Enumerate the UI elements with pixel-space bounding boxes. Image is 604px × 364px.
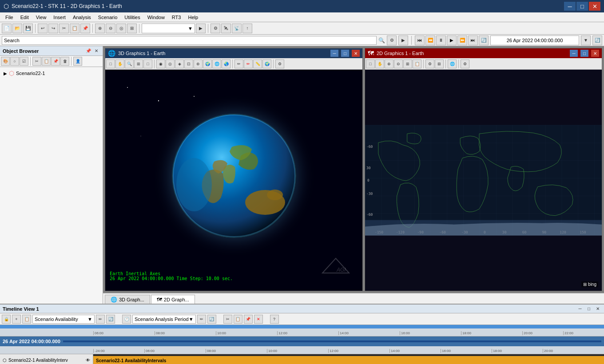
analysis-period-dropdown[interactable]: Scenario Analysis Period ▼ — [132, 315, 196, 324]
2d-tb-hand[interactable]: ✋ — [375, 59, 384, 68]
toolbar-paste[interactable]: 📌 — [80, 24, 90, 33]
toolbar-new[interactable]: 📄 — [2, 24, 12, 33]
menu-scenario[interactable]: Scenario — [95, 14, 121, 21]
toolbar-satellite[interactable]: 🛰 — [221, 24, 231, 33]
toolbar-track[interactable]: 📡 — [232, 24, 242, 33]
timeline-scroll-bar[interactable] — [0, 325, 604, 328]
timeline-minimize-btn[interactable]: ─ — [576, 305, 584, 313]
ob-cut-btn[interactable]: ✂ — [32, 57, 41, 66]
window-2d-minimize[interactable]: ─ — [570, 50, 578, 57]
2d-tb-zoom-out[interactable]: ⊖ — [394, 59, 403, 68]
tl-clock-btn[interactable]: 🕐 — [122, 315, 131, 324]
menu-utilities[interactable]: Utilities — [121, 14, 143, 21]
row-visibility-icon[interactable]: 👁 — [86, 358, 90, 363]
3d-tb-globe2[interactable]: 🌐 — [212, 59, 221, 68]
tl-edit2-btn[interactable]: ✏ — [197, 315, 206, 324]
tl-help-btn[interactable]: ? — [270, 315, 279, 324]
timeline-restore-btn[interactable]: □ — [585, 305, 592, 313]
menu-help[interactable]: Help — [184, 14, 202, 21]
3d-tb-default[interactable]: □ — [106, 59, 115, 68]
3d-tb-sat[interactable]: □ — [143, 59, 152, 68]
earth-3d-canvas[interactable]: Earth Inertial Axes 26 Apr 2022 04:00:00… — [105, 70, 362, 291]
menu-edit[interactable]: Edit — [17, 14, 32, 21]
toolbar-cut[interactable]: ✂ — [59, 24, 69, 33]
step-back[interactable]: ⏪ — [425, 36, 435, 45]
3d-tb-zoom[interactable]: 🔍 — [125, 59, 134, 68]
tl-lock-btn[interactable]: 🔒 — [2, 315, 11, 324]
toolbar-grid[interactable]: ⊞ — [127, 24, 137, 33]
loop[interactable]: 🔄 — [479, 36, 489, 45]
3d-tb-view5[interactable]: ⊛ — [194, 59, 203, 68]
3d-tb-globe-settings[interactable]: 🌍 — [262, 59, 271, 68]
3d-tb-view1[interactable]: ◉ — [156, 59, 165, 68]
window-3d-minimize[interactable]: ─ — [330, 50, 338, 57]
toolbar-zoom-out[interactable]: ⊖ — [106, 24, 115, 33]
tl-layers-btn[interactable]: 📋 — [22, 315, 31, 324]
3d-tb-earth[interactable]: 🌍 — [203, 59, 212, 68]
play-forward[interactable]: ▶ — [447, 36, 457, 45]
timeline-scrubber[interactable] — [63, 340, 601, 342]
tab-3d[interactable]: 🌐 3D Graph... — [105, 295, 150, 304]
pause[interactable]: ⏸ — [436, 36, 446, 45]
toolbar-undo[interactable]: ↩ — [38, 24, 48, 33]
3d-tb-red-pen[interactable]: ✏ — [244, 59, 253, 68]
3d-tb-hand[interactable]: ✋ — [115, 59, 124, 68]
2d-tb-grid[interactable]: ⊞ — [435, 59, 444, 68]
ob-delete-btn[interactable]: 🗑 — [60, 57, 69, 66]
2d-tb-globe[interactable]: 🌐 — [448, 59, 457, 68]
menu-insert[interactable]: Insert — [50, 14, 69, 21]
2d-tb-prop[interactable]: ⊞ — [403, 59, 412, 68]
toolbar-zoom-in[interactable]: ⊕ — [95, 24, 105, 33]
menu-rt3[interactable]: RT3 — [168, 14, 185, 21]
tl-edit-btn[interactable]: ✏ — [96, 315, 105, 324]
toolbar-settings[interactable]: ⚙ — [211, 24, 220, 33]
search-settings-btn[interactable]: ⚙ — [387, 36, 397, 45]
menu-view[interactable]: View — [32, 14, 50, 21]
toolbar-target[interactable]: ◎ — [116, 24, 126, 33]
window-2d-close[interactable]: ✕ — [591, 50, 599, 57]
timeline-close-btn[interactable]: ✕ — [594, 305, 601, 313]
search-input[interactable] — [2, 36, 377, 45]
window-2d-maximize[interactable]: □ — [580, 50, 588, 57]
tl-refresh-btn[interactable]: 🔄 — [106, 315, 115, 324]
menu-window[interactable]: Window — [144, 14, 168, 21]
3d-tb-prop[interactable]: ⊞ — [134, 59, 143, 68]
scenario-availability-dropdown[interactable]: Scenario Availability ▼ — [32, 315, 95, 324]
close-button[interactable]: ✕ — [589, 2, 600, 11]
ob-circle-btn[interactable]: ○ — [10, 57, 19, 66]
toolbar-save[interactable]: 💾 — [23, 24, 33, 33]
3d-tb-pen[interactable]: ✏ — [234, 59, 243, 68]
2d-tb-zoom-in[interactable]: ⊕ — [385, 59, 393, 68]
3d-tb-view2[interactable]: ◎ — [166, 59, 175, 68]
ob-paste-btn[interactable]: 📌 — [51, 57, 60, 66]
ob-add-btn[interactable]: 👤 — [73, 57, 82, 66]
toolbar-up[interactable]: ↑ — [242, 24, 252, 33]
tab-2d[interactable]: 🗺 2D Graph... — [151, 295, 195, 304]
tl-refresh2-btn[interactable]: 🔄 — [207, 315, 216, 324]
window-3d-close[interactable]: ✕ — [352, 50, 360, 57]
2d-tb-select[interactable]: □ — [366, 59, 375, 68]
time-dropdown-btn[interactable]: ▼ — [581, 36, 591, 45]
maximize-button[interactable]: □ — [576, 2, 588, 11]
step-forward[interactable]: ⏩ — [457, 36, 467, 45]
3d-tb-globe3[interactable]: 🌏 — [222, 59, 230, 68]
3d-tb-ruler[interactable]: 📏 — [253, 59, 262, 68]
timeline-row-content[interactable]: Scenario22-1 AvailabilityIntervals — [93, 354, 604, 364]
menu-file[interactable]: File — [2, 14, 17, 21]
minimize-button[interactable]: ─ — [564, 2, 576, 11]
2d-tb-settings[interactable]: ⚙ — [425, 59, 434, 68]
tl-paste-btn[interactable]: 📌 — [244, 315, 253, 324]
3d-tb-view4[interactable]: ⊡ — [184, 59, 193, 68]
refresh-btn[interactable]: 🔄 — [592, 36, 602, 45]
2d-tb-layers[interactable]: 📋 — [413, 59, 421, 68]
2d-tb-final[interactable]: ⚙ — [461, 59, 469, 68]
tl-add-btn[interactable]: + — [12, 315, 21, 324]
step-back-begin[interactable]: ⏮ — [415, 36, 425, 45]
tree-item-scenario[interactable]: ▶ ⬡ Scenario22-1 — [2, 69, 101, 78]
step-forward-end[interactable]: ⏭ — [468, 36, 478, 45]
panel-close-btn[interactable]: ✕ — [93, 47, 100, 55]
tl-copy-btn[interactable]: 📋 — [234, 315, 242, 324]
window-3d-maximize[interactable]: □ — [341, 50, 349, 57]
search-go-btn[interactable]: ▶ — [398, 36, 408, 45]
toolbar-go[interactable]: ▶ — [196, 24, 206, 33]
